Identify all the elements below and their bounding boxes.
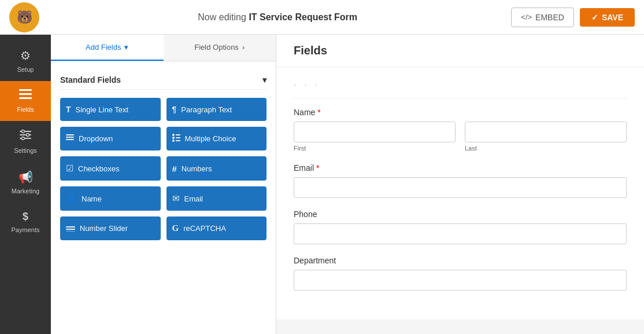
svg-point-14 [172, 140, 175, 142]
email-label-text: Email [294, 163, 314, 172]
first-name-col: First [294, 122, 456, 152]
svg-rect-20 [66, 231, 75, 232]
phone-field-label: Phone [294, 210, 627, 219]
name-icon: 👤 [66, 193, 77, 204]
panel-tabs: Add Fields ▾ Field Options › [51, 35, 276, 61]
multiple-choice-icon [172, 134, 180, 144]
field-options-label: Field Options [194, 43, 239, 52]
svg-point-12 [172, 134, 175, 136]
sidebar-item-marketing[interactable]: 📢 Marketing [0, 162, 51, 203]
checkboxes-label: Checkboxes [78, 164, 120, 173]
field-btn-recaptcha[interactable]: G reCAPTCHA [166, 216, 267, 240]
number-slider-icon [66, 223, 75, 233]
number-slider-label: Number Slider [80, 224, 128, 233]
field-btn-email[interactable]: ✉ Email [166, 186, 267, 211]
department-input[interactable] [294, 270, 627, 291]
sidebar-item-fields[interactable]: Fields [0, 81, 51, 121]
header-title: Now editing IT Service Request Form [44, 12, 511, 23]
department-label-text: Department [294, 256, 336, 265]
svg-point-6 [22, 130, 25, 133]
sidebar-fields-label: Fields [17, 106, 34, 113]
fields-heading: Fields [294, 44, 327, 57]
numbers-icon: # [172, 164, 177, 174]
panel-content: Standard Fields ▾ T Single Line Text ¶ P… [51, 61, 276, 334]
sidebar-marketing-label: Marketing [12, 188, 39, 194]
svg-rect-11 [66, 139, 74, 140]
numbers-label: Numbers [182, 164, 212, 173]
email-input[interactable] [294, 177, 627, 198]
svg-rect-15 [176, 134, 180, 135]
editing-prefix: Now editing [198, 12, 246, 22]
last-name-sublabel: Last [465, 145, 627, 152]
phone-input[interactable] [294, 223, 627, 244]
form-field-phone: Phone [294, 210, 627, 244]
form-field-department: Department [294, 256, 627, 291]
setup-icon: ⚙ [20, 49, 31, 63]
field-btn-multiple-choice[interactable]: Multiple Choice [166, 127, 267, 151]
svg-rect-18 [66, 226, 75, 227]
tab-field-options[interactable]: Field Options › [164, 35, 276, 61]
sidebar-item-settings[interactable]: Settings [0, 121, 51, 162]
svg-rect-0 [19, 89, 32, 91]
single-line-text-icon: T [66, 105, 71, 114]
checkmark-icon: ✓ [591, 13, 598, 22]
embed-label: EMBED [535, 13, 564, 22]
first-name-sublabel: First [294, 145, 456, 152]
field-btn-checkboxes[interactable]: ☑ Checkboxes [60, 156, 161, 181]
fields-icon [19, 89, 32, 102]
svg-rect-1 [19, 93, 32, 95]
logo-area: 🐻 [9, 2, 44, 32]
fields-grid: T Single Line Text ¶ Paragraph Text [60, 98, 267, 240]
save-button[interactable]: ✓ SAVE [580, 8, 635, 27]
phone-label-text: Phone [294, 210, 317, 219]
last-name-col: Last [465, 122, 627, 152]
main-layout: ⚙ Setup Fields [0, 35, 644, 334]
form-name: IT Service Request Form [249, 12, 357, 22]
field-btn-paragraph-text[interactable]: ¶ Paragraph Text [166, 98, 267, 121]
svg-rect-16 [176, 137, 180, 138]
email-icon: ✉ [172, 193, 180, 204]
svg-rect-2 [19, 97, 32, 99]
app-header: 🐻 Now editing IT Service Request Form </… [0, 0, 644, 35]
field-btn-dropdown[interactable]: Dropdown [60, 127, 161, 151]
paragraph-text-label: Paragraph Text [181, 105, 232, 114]
form-field-name: Name * First Last [294, 108, 627, 152]
checkboxes-icon: ☑ [66, 163, 73, 174]
dropdown-icon [66, 134, 74, 144]
sidebar-item-payments[interactable]: $ Payments [0, 203, 51, 241]
email-label: Email [184, 194, 203, 203]
embed-code-icon: </> [521, 13, 532, 21]
save-label: SAVE [602, 13, 623, 22]
recaptcha-icon: G [172, 223, 179, 233]
name-field-label: Name * [294, 108, 627, 117]
section-collapse-icon[interactable]: ▾ [262, 75, 267, 85]
sidebar: ⚙ Setup Fields [0, 35, 51, 334]
dropdown-label: Dropdown [79, 134, 113, 143]
name-required-marker: * [315, 108, 320, 117]
email-field-label: Email * [294, 163, 627, 172]
tab-add-fields[interactable]: Add Fields ▾ [51, 35, 164, 61]
embed-button[interactable]: </> EMBED [511, 8, 574, 27]
form-preview: Fields · · · Name * First [276, 35, 644, 334]
field-btn-numbers[interactable]: # Numbers [166, 156, 267, 181]
email-required-marker: * [314, 163, 319, 172]
svg-point-7 [27, 134, 29, 137]
field-btn-number-slider[interactable]: Number Slider [60, 216, 161, 240]
header-actions: </> EMBED ✓ SAVE [511, 8, 635, 27]
field-options-chevron-icon: › [242, 43, 245, 52]
field-btn-single-line-text[interactable]: T Single Line Text [60, 98, 161, 121]
partial-top-hint: · · · [294, 79, 627, 98]
svg-rect-17 [176, 140, 180, 141]
last-name-input[interactable] [465, 122, 627, 142]
name-label: Name [82, 194, 102, 203]
multiple-choice-label: Multiple Choice [185, 134, 236, 143]
svg-point-13 [172, 137, 175, 139]
payments-icon: $ [23, 211, 28, 223]
form-preview-header: Fields [276, 35, 644, 67]
field-btn-name[interactable]: 👤 Name [60, 186, 161, 211]
sidebar-item-setup[interactable]: ⚙ Setup [0, 41, 51, 81]
standard-fields-section: Standard Fields ▾ [60, 71, 267, 90]
first-name-input[interactable] [294, 122, 456, 142]
sidebar-payments-label: Payments [12, 226, 40, 233]
form-preview-body: · · · Name * First Last [276, 67, 644, 320]
